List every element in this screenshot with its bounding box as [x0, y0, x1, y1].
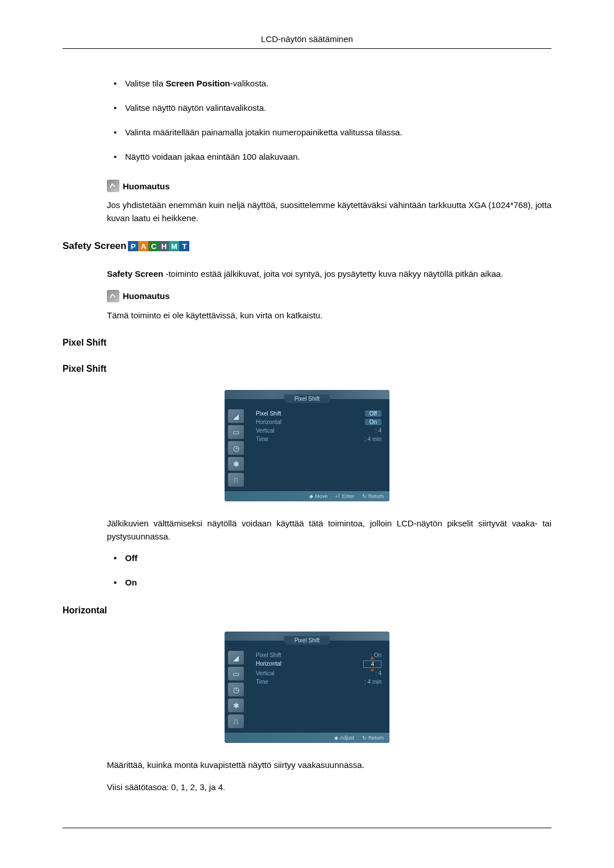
osd-menu-screenshot-2: Pixel Shift ◢ ▭ ◷ ✱ ⎍ Pixel Shift : On H…: [225, 632, 389, 743]
setup-icon: ✱: [228, 457, 244, 471]
bullet-item: Valitse näyttö näytön valintavalikosta.: [107, 102, 551, 114]
pixelshift-text: Jälkikuvien välttämiseksi näytöllä voida…: [107, 517, 551, 543]
osd-row-label: Horizontal: [256, 661, 281, 668]
bullet-text: Valitse tila: [125, 78, 165, 88]
osd-sidebar: ◢ ▭ ◷ ✱ ⎍: [225, 405, 250, 491]
osd-row: Horizontal 4: [256, 661, 381, 668]
page-footer-rule: [63, 828, 551, 828]
note-label: Huomautus: [123, 291, 170, 301]
safety-paragraph: Safety Screen -toiminto estää jälkikuvat…: [107, 268, 551, 281]
off-item: Off: [107, 552, 551, 564]
bullet-item: Näyttö voidaan jakaa enintään 100 alakuv…: [107, 151, 551, 163]
setup-icon: ✱: [228, 699, 244, 712]
horizontal-text: Määrittää, kuinka monta kuvapistettä näy…: [107, 759, 551, 772]
move-icon: ◆: [309, 493, 313, 499]
footer-label: Move: [315, 493, 327, 499]
osd-top-bar: Pixel Shift: [225, 632, 389, 641]
input-value: 4: [371, 661, 374, 667]
osd-footer: ◆Move ⏎Enter ↻Return: [225, 491, 389, 501]
note-label: Huomautus: [123, 181, 170, 191]
osd-body: ◢ ▭ ◷ ✱ ⎍ Pixel Shift Off Horizontal On …: [225, 399, 389, 491]
source-c-icon: C: [148, 241, 159, 251]
bullet-bold: Screen Position: [165, 78, 230, 88]
osd-row: Time : 4 min: [256, 679, 381, 685]
source-icons: P A C H M T: [128, 241, 189, 251]
osd-rows: Pixel Shift Off Horizontal On Vertical :…: [250, 405, 389, 491]
osd-row-value: : 4 min: [364, 436, 381, 442]
input-icon: ▭: [228, 425, 244, 439]
osd-row: Pixel Shift Off: [256, 410, 381, 417]
bullet-text: -valikosta.: [230, 78, 269, 88]
osd-menu-screenshot-1: Pixel Shift ◢ ▭ ◷ ✱ ⎍ Pixel Shift Off Ho…: [225, 390, 389, 501]
osd-row-value-input: 4: [363, 661, 381, 668]
return-icon: ↻: [362, 493, 367, 499]
source-h-icon: H: [159, 241, 169, 251]
osd-footer-return: ↻Return: [362, 493, 384, 499]
footer-label: Return: [368, 735, 384, 741]
osd-sidebar: ◢ ▭ ◷ ✱ ⎍: [225, 646, 250, 733]
osd-row-value-selected: On: [365, 419, 381, 425]
source-m-icon: M: [169, 241, 179, 251]
osd-row-label: Vertical: [256, 427, 275, 434]
safety-rest: -toiminto estää jälkikuvat, joita voi sy…: [165, 269, 503, 279]
pixelshift-heading-2: Pixel Shift: [63, 364, 551, 374]
osd-footer-enter: ⏎Enter: [335, 493, 354, 499]
multi-icon: ⎍: [228, 473, 244, 487]
osd-row-value-selected: Off: [365, 410, 381, 417]
note-heading: Huomautus: [107, 180, 551, 192]
on-item: On: [107, 576, 551, 588]
osd-row-value: : 4: [375, 427, 381, 434]
horizontal-heading: Horizontal: [63, 605, 551, 616]
note-icon: [107, 180, 119, 192]
osd-footer: ◆Adjust ↻Return: [225, 733, 389, 743]
footer-label: Adjust: [340, 735, 354, 741]
offon-list: Off On: [107, 552, 551, 588]
note-icon: [107, 290, 119, 302]
adjust-icon: ◆: [334, 735, 338, 741]
osd-footer-adjust: ◆Adjust: [334, 735, 354, 741]
safety-section: Safety Screen -toiminto estää jälkikuvat…: [107, 268, 551, 322]
osd-footer-return: ↻Return: [362, 735, 384, 741]
osd-row-value: : 4 min: [364, 679, 381, 685]
bullet-item: Valinta määritellään painamalla jotakin …: [107, 126, 551, 138]
osd-row-label: Time: [256, 436, 268, 442]
osd-footer-move: ◆Move: [309, 493, 327, 499]
page-header: LCD-näytön säätäminen: [63, 34, 551, 49]
input-icon: ▭: [228, 667, 244, 680]
osd-row: Pixel Shift : On: [256, 652, 381, 658]
horizontal-description: Määrittää, kuinka monta kuvapistettä näy…: [107, 759, 551, 794]
osd-row: Vertical : 4: [256, 670, 381, 676]
note-text: Tämä toiminto ei ole käytettävissä, kun …: [107, 309, 551, 322]
osd-top-bar: Pixel Shift: [225, 390, 389, 399]
multi-icon: ⎍: [228, 715, 244, 728]
timer-icon: ◷: [228, 683, 244, 696]
osd-row-label: Pixel Shift: [256, 652, 281, 658]
arrow-up-icon: [370, 657, 375, 659]
pixelshift-heading-1: Pixel Shift: [63, 338, 551, 348]
osd-row-value: : 4: [375, 670, 381, 676]
footer-label: Enter: [342, 493, 354, 499]
horizontal-levels: Viisi säätötasoa: 0, 1, 2, 3, ja 4.: [107, 781, 551, 794]
safety-bold: Safety Screen: [107, 269, 165, 279]
section-title-text: Safety Screen: [63, 240, 126, 252]
bullet-item: Valitse tila Screen Position-valikosta.: [107, 77, 551, 89]
intro-section: Valitse tila Screen Position-valikosta. …: [107, 77, 551, 225]
return-icon: ↻: [362, 735, 367, 741]
timer-icon: ◷: [228, 441, 244, 455]
enter-icon: ⏎: [335, 493, 340, 499]
safety-screen-heading: Safety Screen P A C H M T: [63, 240, 551, 252]
osd-rows: Pixel Shift : On Horizontal 4 Vertical :…: [250, 646, 389, 733]
osd-row-label: Pixel Shift: [256, 410, 281, 417]
osd-row: Time : 4 min: [256, 436, 381, 442]
arrow-down-icon: [370, 669, 375, 672]
note-heading: Huomautus: [107, 290, 551, 302]
pixelshift-description: Jälkikuvien välttämiseksi näytöllä voida…: [107, 517, 551, 588]
footer-label: Return: [368, 493, 384, 499]
picture-icon: ◢: [228, 409, 244, 423]
source-p-icon: P: [128, 241, 138, 251]
source-a-icon: A: [138, 241, 148, 251]
note-text: Jos yhdistetään enemmän kuin neljä näytt…: [107, 199, 551, 225]
intro-bullet-list: Valitse tila Screen Position-valikosta. …: [107, 77, 551, 163]
osd-row-label: Vertical: [256, 670, 275, 676]
picture-icon: ◢: [228, 651, 244, 665]
